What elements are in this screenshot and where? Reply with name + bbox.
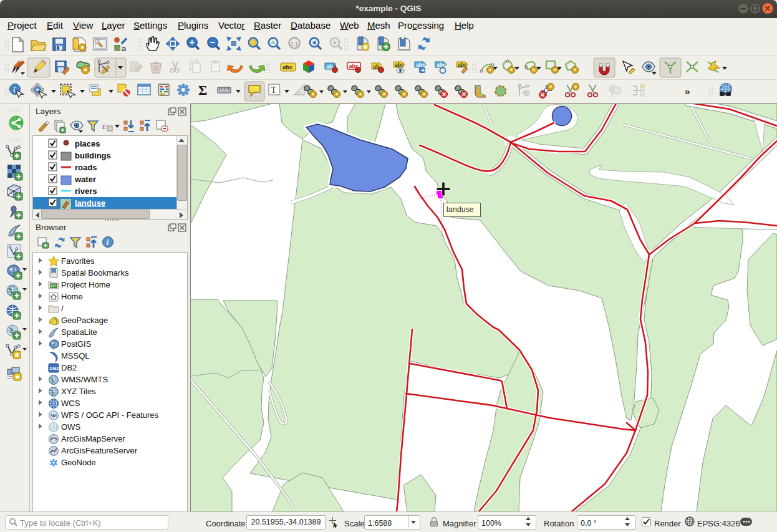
svg-text:ab: ab — [326, 64, 333, 70]
svg-text:W: W — [51, 413, 56, 418]
svg-text:a: a — [122, 44, 127, 53]
svg-text:T: T — [271, 85, 277, 95]
svg-text:1:1: 1:1 — [291, 41, 299, 47]
svg-text:Σ: Σ — [198, 82, 207, 98]
svg-text:abc: abc — [282, 64, 292, 70]
svg-text:»: » — [685, 86, 690, 97]
svg-text:abc: abc — [416, 62, 425, 68]
svg-text:ε: ε — [102, 121, 106, 131]
svg-text:abc: abc — [437, 62, 446, 68]
svg-text:abc: abc — [395, 62, 404, 68]
svg-text:DB2: DB2 — [50, 365, 59, 371]
